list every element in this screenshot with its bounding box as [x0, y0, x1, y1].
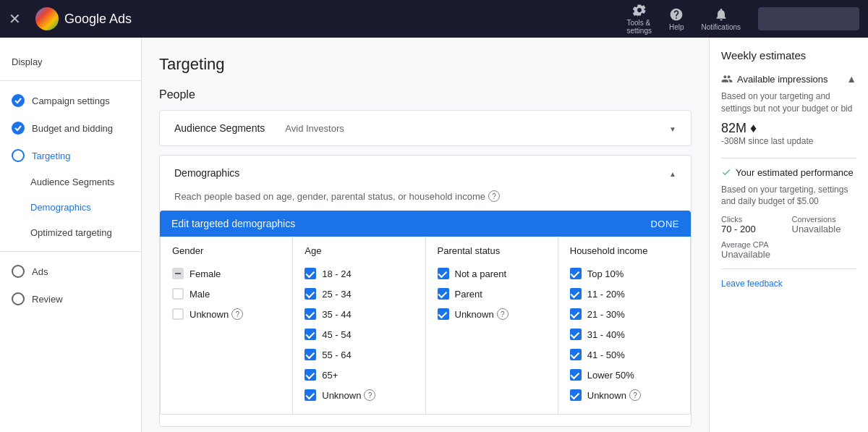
demo-row-label: Lower 50% — [587, 370, 634, 381]
checkbox-household-income-top-10%[interactable] — [570, 268, 582, 279]
demo-row: 41 - 50% — [570, 344, 678, 365]
demo-row-label: Parent — [455, 289, 482, 300]
demo-row-label: 41 - 50% — [587, 350, 625, 360]
leave-feedback-link[interactable]: Leave feedback — [721, 279, 783, 289]
demo-row: 65+ — [305, 365, 413, 385]
demo-col-age: Age18 - 2425 - 3435 - 4445 - 5455 - 6465… — [293, 237, 425, 414]
checkbox-parental-status-parent[interactable] — [438, 288, 449, 300]
checkbox-age-18---24[interactable] — [305, 268, 316, 279]
sidebar-item-display[interactable]: Display — [0, 49, 141, 75]
checkbox-gender-male[interactable] — [172, 288, 184, 300]
done-button[interactable]: DONE — [650, 219, 679, 229]
demographics-header[interactable]: Demographics — [160, 156, 691, 190]
checkbox-gender-unknown[interactable] — [172, 308, 184, 320]
check-icon-campaign — [12, 94, 25, 107]
demo-row: Female — [172, 263, 281, 284]
conversions-metric: Conversions Unavailable — [792, 215, 857, 234]
sidebar-item-optimized-targeting[interactable]: Optimized targeting — [0, 220, 141, 245]
sidebar-divider-1 — [0, 80, 141, 81]
checkbox-age-55---64[interactable] — [305, 349, 316, 360]
demo-row: 55 - 64 — [305, 344, 413, 365]
targeting-label: Targeting — [32, 151, 70, 161]
demo-row: Unknown? — [305, 385, 413, 405]
row-info-icon[interactable]: ? — [231, 308, 243, 320]
checkbox-parental-status-not-a-parent[interactable] — [438, 268, 449, 279]
logo-icon — [35, 7, 59, 30]
available-impressions-label: Available impressions — [721, 73, 828, 85]
demographics-chevron-icon — [669, 167, 676, 179]
estimated-performance-desc: Based on your targeting, settings and da… — [721, 184, 856, 208]
demo-row: 31 - 40% — [570, 324, 678, 344]
checkbox-age-65+[interactable] — [305, 369, 316, 381]
checkbox-parental-status-unknown[interactable] — [438, 308, 449, 320]
checkbox-age-25---34[interactable] — [305, 288, 316, 300]
clicks-metric: Clicks 70 - 200 — [721, 215, 786, 234]
demo-row-label: 35 - 44 — [322, 309, 351, 320]
demo-row-label: Unknown? — [455, 308, 509, 320]
checkbox-age-unknown[interactable] — [305, 389, 316, 401]
sidebar-item-ads[interactable]: Ads — [0, 258, 141, 285]
audience-segments-label: Audience Segments — [30, 177, 114, 187]
tools-settings-label: Tools & settings — [626, 19, 651, 35]
available-impressions-section: Available impressions ▲ Based on your ta… — [721, 73, 856, 146]
sidebar-item-audience-segments[interactable]: Audience Segments — [0, 169, 141, 195]
checkbox-age-35---44[interactable] — [305, 308, 316, 320]
impressions-collapse-icon[interactable]: ▲ — [846, 73, 856, 85]
help-button[interactable]: Help — [669, 7, 684, 31]
tools-settings-button[interactable]: Tools & settings — [626, 3, 651, 35]
row-info-icon[interactable]: ? — [364, 389, 375, 401]
demographics-label: Demographics — [30, 202, 91, 213]
clicks-label: Clicks — [721, 215, 786, 224]
app-logo: Google Ads — [35, 7, 132, 30]
checkbox-household-income-41---50%[interactable] — [570, 349, 582, 360]
avg-cpa-label: Average CPA — [721, 240, 856, 249]
demo-col-header-household-income: Household income — [570, 245, 678, 256]
people-icon — [721, 73, 733, 85]
circle-icon-review — [12, 292, 25, 305]
demo-row: Unknown? — [172, 304, 281, 324]
checkbox-household-income-31---40%[interactable] — [570, 329, 582, 340]
checkbox-gender-female[interactable] — [172, 268, 184, 279]
search-input[interactable] — [758, 7, 859, 30]
notifications-label: Notifications — [702, 23, 741, 31]
checkbox-household-income-21---30%[interactable] — [570, 308, 582, 320]
demo-col-parental-status: Parental statusNot a parentParentUnknown… — [426, 237, 558, 414]
demo-row-label: Female — [190, 268, 221, 279]
row-info-icon[interactable]: ? — [629, 389, 641, 401]
audience-chevron-icon — [669, 122, 676, 134]
checkbox-household-income-11---20%[interactable] — [570, 288, 582, 300]
impressions-description: Based on your targeting and settings but… — [721, 90, 856, 115]
demo-row-label: 65+ — [322, 370, 338, 381]
nav-actions: Tools & settings Help Notifications — [626, 3, 859, 35]
demo-row: 18 - 24 — [305, 263, 413, 284]
conversions-label: Conversions — [792, 215, 857, 224]
clicks-value: 70 - 200 — [721, 224, 786, 234]
demo-col-header-age: Age — [305, 245, 413, 256]
sidebar-divider-2 — [0, 251, 141, 252]
impressions-subtext: -308M since last update — [721, 136, 856, 146]
checkbox-household-income-unknown[interactable] — [570, 389, 582, 401]
sidebar-item-campaign-settings[interactable]: Campaign settings — [0, 87, 141, 114]
content-area: Targeting People Audience Segments Avid … — [142, 38, 709, 432]
demo-row-label: 45 - 54 — [322, 329, 351, 340]
right-panel: Weekly estimates Available impressions ▲… — [709, 38, 868, 432]
sidebar-item-demographics[interactable]: Demographics — [0, 195, 141, 220]
sidebar-item-review[interactable]: Review — [0, 285, 141, 313]
audience-header-left: Audience Segments Avid Investors — [174, 122, 344, 134]
close-button[interactable]: ✕ — [9, 10, 21, 27]
metrics-grid: Clicks 70 - 200 Conversions Unavailable — [721, 215, 856, 234]
page-title: Targeting — [159, 55, 692, 74]
checkbox-age-45---54[interactable] — [305, 329, 316, 340]
demographics-content: Reach people based on age, gender, paren… — [160, 190, 691, 426]
audience-card-subtitle: Avid Investors — [285, 123, 344, 134]
demo-row: Unknown? — [438, 304, 546, 324]
audience-segments-header[interactable]: Audience Segments Avid Investors — [160, 111, 691, 145]
notifications-button[interactable]: Notifications — [702, 7, 741, 31]
row-info-icon[interactable]: ? — [497, 308, 509, 320]
demographics-info-icon[interactable]: ? — [488, 190, 500, 202]
checkbox-household-income-lower-50%[interactable] — [570, 369, 582, 381]
demo-row: 45 - 54 — [305, 324, 413, 344]
sidebar-item-targeting[interactable]: Targeting — [0, 142, 141, 169]
sidebar-item-budget-bidding[interactable]: Budget and bidding — [0, 114, 141, 142]
demo-row: Unknown? — [570, 385, 678, 405]
